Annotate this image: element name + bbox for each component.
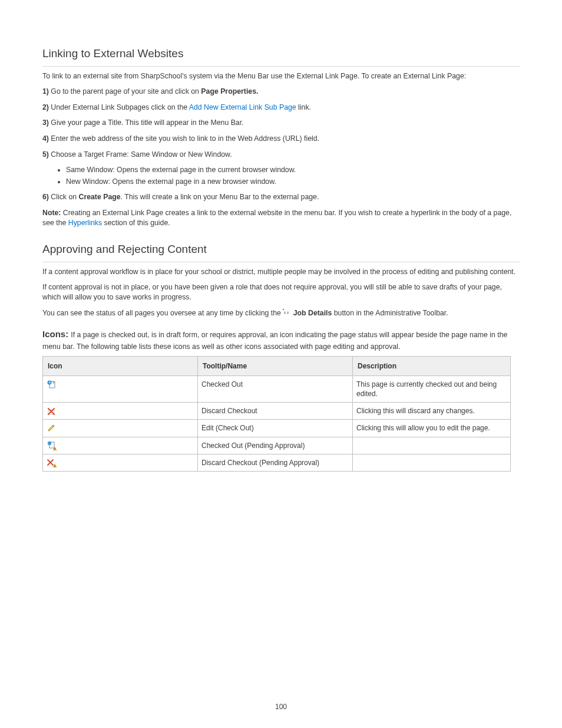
- step-3: 3) Give your page a Title. This title wi…: [42, 118, 520, 128]
- table-row: Discard Checkout Clicking this will disc…: [43, 403, 511, 420]
- edit-checkout-icon: [47, 423, 56, 433]
- svg-point-12: [54, 466, 55, 467]
- th-icon: Icon: [43, 356, 198, 375]
- svg-point-8: [54, 449, 55, 450]
- step-1: 1) Go to the parent page of your site an…: [42, 87, 520, 97]
- target-frame-bullets: Same Window: Opens the external page in …: [42, 165, 520, 186]
- checked-out-pending-icon: [47, 441, 57, 450]
- table-row: Discard Checkout (Pending Approval): [43, 454, 511, 471]
- linking-note: Note: Creating an External Link Page cre…: [42, 208, 520, 228]
- step-6: 6) Click on Create Page. This will creat…: [42, 192, 520, 202]
- linking-intro: To link to an external site from SharpSc…: [42, 71, 520, 81]
- bullet-new-window: New Window: Opens the external page in a…: [66, 177, 520, 187]
- approval-para-1: If a content approval workflow is in pla…: [42, 267, 520, 277]
- approval-para-3: You can see the status of all pages you …: [42, 308, 520, 318]
- th-name: Tooltip/Name: [198, 356, 353, 375]
- subheading-icons: Icons: If a page is checked out, is in d…: [42, 328, 520, 353]
- step-5: 5) Choose a Target Frame: Same Window or…: [42, 150, 520, 160]
- icons-table: Icon Tooltip/Name Description Checked Ou…: [42, 356, 511, 472]
- page-number: 100: [0, 702, 562, 711]
- discard-checkout-icon: [47, 406, 56, 416]
- table-row: Checked Out (Pending Approval): [43, 437, 511, 454]
- bullet-same-window: Same Window: Opens the external page in …: [66, 165, 520, 175]
- job-details-icon: [283, 309, 291, 317]
- th-desc: Description: [353, 356, 511, 375]
- checked-out-icon: [47, 380, 56, 389]
- step-4: 4) Enter the web address of the site you…: [42, 134, 520, 144]
- svg-point-6: [48, 442, 51, 445]
- step-2: 2) Under External Link Subpages click on…: [42, 103, 520, 113]
- table-row: Edit (Check Out) Clicking this will allo…: [43, 420, 511, 437]
- table-row: Checked Out This page is currently check…: [43, 375, 511, 402]
- hyperlinks-link[interactable]: Hyperlinks: [68, 219, 102, 227]
- add-external-link-subpage-link[interactable]: Add New External Link Sub Page: [189, 103, 296, 111]
- heading-approving-rejecting: Approving and Rejecting Content: [42, 242, 520, 262]
- approval-para-2: If content approval is not in place, or …: [42, 282, 520, 302]
- discard-checkout-pending-icon: [47, 458, 57, 467]
- heading-linking-external: Linking to External Websites: [42, 46, 520, 67]
